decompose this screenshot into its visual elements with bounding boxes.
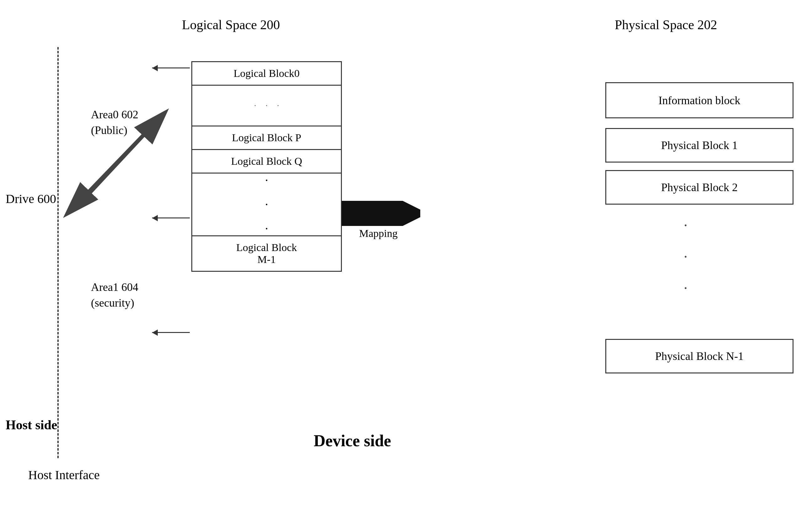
host-side-label: Host side xyxy=(6,417,57,432)
physical-block1: Physical Block 1 xyxy=(605,128,794,163)
phys-dots-1: · xyxy=(684,216,689,234)
area0-label: Area0 602 (Public) xyxy=(91,107,138,138)
arrow-left-block0 xyxy=(152,68,190,69)
logical-blockP-row: Logical Block P xyxy=(192,126,341,150)
host-divider-line xyxy=(57,47,59,458)
physical-info-block: Information block xyxy=(605,82,794,118)
logical-blockQ-row: Logical Block Q xyxy=(192,150,341,174)
device-side-label: Device side xyxy=(313,432,391,450)
arrow-left-blockM xyxy=(152,332,190,333)
logical-blockM-row: Logical Block M-1 xyxy=(192,236,341,271)
phys-dots-3: · xyxy=(684,279,689,297)
arrow-left-blockQ xyxy=(152,217,190,219)
physical-block2: Physical Block 2 xyxy=(605,170,794,205)
drive-label: Drive 600 xyxy=(6,192,56,206)
logical-space-label: Logical Space 200 xyxy=(182,17,280,32)
logical-spacer-mid: · · · xyxy=(192,174,341,236)
logical-block-table: Logical Block0 ··· Logical Block P Logic… xyxy=(191,61,342,272)
physical-blockN: Physical Block N-1 xyxy=(605,339,794,373)
logical-spacer-top: ··· xyxy=(192,86,341,126)
area1-label: Area1 604 (security) xyxy=(91,279,138,311)
mapping-arrow-svg xyxy=(342,201,420,226)
host-interface-label: Host Interface xyxy=(28,468,100,482)
mapping-label: Mapping xyxy=(359,227,398,239)
phys-dots-2: · xyxy=(684,248,689,265)
logical-block0-row: Logical Block0 xyxy=(192,62,341,86)
physical-space-label: Physical Space 202 xyxy=(615,17,717,32)
diagram-container: Logical Space 200 Physical Space 202 Dri… xyxy=(0,0,812,525)
